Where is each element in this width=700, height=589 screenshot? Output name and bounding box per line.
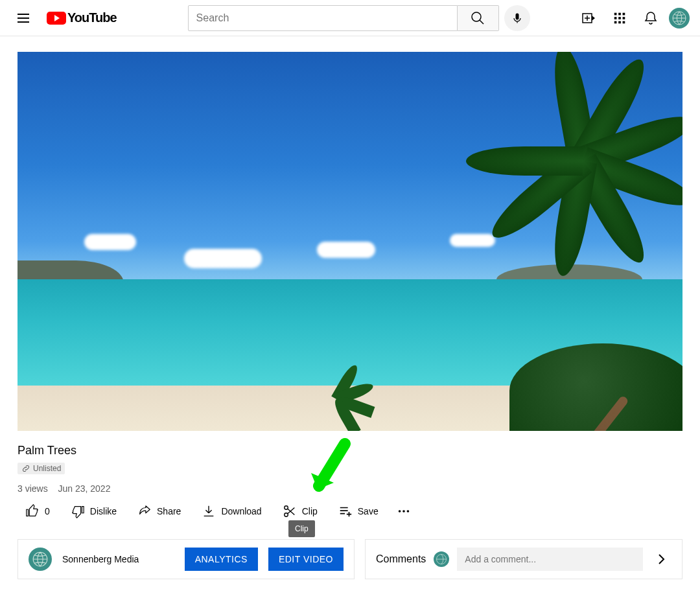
create-button[interactable] — [576, 5, 601, 31]
comment-avatar — [434, 551, 449, 567]
content: Palm Trees Unlisted 3 views Jun 23, 2022… — [0, 36, 700, 579]
clip-tooltip: Clip — [288, 520, 315, 537]
search-button[interactable] — [458, 5, 499, 31]
share-icon — [137, 504, 152, 518]
save-label: Save — [358, 506, 379, 516]
header-actions — [576, 5, 690, 31]
svg-rect-11 — [623, 21, 625, 23]
svg-rect-4 — [618, 12, 621, 15]
youtube-logo[interactable]: YouTube — [47, 10, 117, 25]
publish-date: Jun 23, 2022 — [58, 483, 110, 494]
avatar-globe-icon — [32, 551, 49, 568]
video-player[interactable] — [18, 52, 682, 431]
channel-bar: Sonnenberg Media ANALYTICS EDIT VIDEO Co… — [18, 539, 682, 579]
svg-point-15 — [398, 510, 401, 513]
header: YouTube — [0, 0, 700, 36]
svg-rect-1 — [515, 13, 519, 19]
hamburger-icon — [16, 10, 31, 26]
avatar-globe-icon — [671, 10, 687, 26]
more-horizontal-icon — [397, 504, 411, 518]
svg-rect-6 — [614, 17, 617, 19]
search-input[interactable] — [188, 5, 458, 31]
menu-button[interactable] — [10, 5, 36, 31]
comments-box: Comments — [365, 539, 682, 579]
download-button[interactable]: Download — [194, 499, 269, 524]
channel-box: Sonnenberg Media ANALYTICS EDIT VIDEO — [18, 539, 355, 579]
more-actions-button[interactable] — [391, 499, 416, 524]
chevron-right-icon — [653, 551, 669, 567]
action-row: 0 Dislike Share Download Clip Save Clip — [18, 499, 682, 534]
comment-input[interactable] — [457, 548, 643, 571]
thumbs-down-icon — [71, 504, 85, 518]
video-meta: 3 views Jun 23, 2022 — [18, 483, 682, 494]
download-icon — [202, 504, 216, 518]
svg-rect-7 — [618, 17, 621, 19]
thumbs-up-icon — [25, 504, 40, 518]
svg-point-0 — [472, 12, 481, 21]
channel-avatar[interactable] — [29, 548, 52, 571]
svg-rect-9 — [614, 21, 617, 23]
avatar-globe-icon — [436, 553, 447, 565]
comments-expand-button[interactable] — [651, 549, 671, 570]
create-icon — [581, 10, 596, 26]
edit-video-button[interactable]: EDIT VIDEO — [268, 548, 344, 571]
svg-rect-3 — [614, 12, 617, 15]
view-count: 3 views — [18, 483, 48, 494]
svg-rect-10 — [618, 21, 621, 23]
bell-icon — [643, 10, 659, 26]
share-button[interactable]: Share — [130, 499, 189, 524]
visibility-row: Unlisted — [18, 463, 682, 476]
channel-name[interactable]: Sonnenberg Media — [62, 554, 174, 564]
playlist-add-icon — [338, 504, 353, 518]
search-icon — [470, 10, 485, 26]
dislike-button[interactable]: Dislike — [63, 499, 124, 524]
like-button[interactable]: 0 — [18, 499, 58, 524]
youtube-play-icon — [47, 12, 66, 25]
svg-rect-5 — [623, 12, 625, 15]
svg-point-13 — [284, 506, 288, 510]
apps-grid-icon — [612, 11, 627, 25]
save-button[interactable]: Save — [331, 499, 386, 524]
svg-rect-8 — [623, 17, 625, 19]
svg-point-16 — [402, 510, 405, 513]
logo-text: YouTube — [67, 10, 117, 25]
account-avatar[interactable] — [669, 8, 690, 29]
notifications-button[interactable] — [638, 5, 664, 31]
share-label: Share — [157, 506, 181, 516]
svg-point-14 — [284, 513, 288, 517]
microphone-icon — [511, 12, 524, 25]
like-count: 0 — [45, 506, 50, 516]
svg-point-17 — [406, 510, 409, 513]
analytics-button[interactable]: ANALYTICS — [185, 548, 258, 571]
clip-label: Clip — [302, 506, 318, 516]
download-label: Download — [221, 506, 261, 516]
scissors-icon — [283, 504, 297, 518]
video-title: Palm Trees — [18, 444, 682, 457]
voice-search-button[interactable] — [504, 5, 530, 31]
search-form — [188, 5, 499, 31]
visibility-badge: Unlisted — [18, 463, 65, 474]
link-icon — [21, 464, 30, 473]
apps-button[interactable] — [607, 5, 633, 31]
comments-label[interactable]: Comments — [376, 553, 426, 565]
dislike-label: Dislike — [90, 506, 117, 516]
visibility-text: Unlisted — [33, 464, 61, 473]
